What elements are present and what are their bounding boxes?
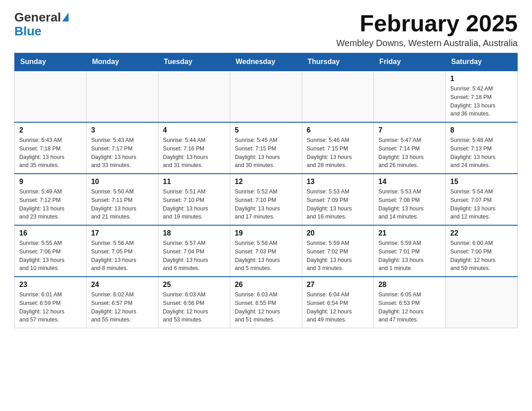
day-info: Sunrise: 5:59 AMSunset: 7:02 PMDaylight:…	[307, 239, 369, 273]
day-cell: 12Sunrise: 5:52 AMSunset: 7:10 PMDayligh…	[230, 174, 302, 225]
day-number: 25	[163, 281, 225, 289]
header-friday: Friday	[374, 53, 446, 71]
day-cell: 4Sunrise: 5:44 AMSunset: 7:16 PMDaylight…	[158, 122, 230, 174]
day-number: 14	[378, 178, 441, 186]
day-number: 26	[235, 281, 297, 289]
day-cell	[15, 71, 86, 122]
day-info: Sunrise: 5:43 AMSunset: 7:18 PMDaylight:…	[19, 136, 82, 170]
day-info: Sunrise: 5:58 AMSunset: 7:03 PMDaylight:…	[235, 239, 297, 273]
day-info: Sunrise: 5:54 AMSunset: 7:07 PMDaylight:…	[450, 188, 513, 221]
week-row-3: 9Sunrise: 5:49 AMSunset: 7:12 PMDaylight…	[15, 174, 518, 225]
calendar-header-row: SundayMondayTuesdayWednesdayThursdayFrid…	[15, 53, 518, 71]
month-title: February 2025	[336, 11, 518, 36]
day-cell: 17Sunrise: 5:56 AMSunset: 7:05 PMDayligh…	[86, 225, 158, 277]
day-number: 2	[19, 126, 82, 134]
day-number: 24	[91, 281, 153, 289]
day-number: 22	[450, 229, 513, 237]
week-row-1: 1Sunrise: 5:42 AMSunset: 7:18 PMDaylight…	[15, 71, 518, 122]
day-cell	[158, 71, 230, 122]
day-number: 28	[378, 281, 441, 289]
day-cell: 19Sunrise: 5:58 AMSunset: 7:03 PMDayligh…	[230, 225, 302, 277]
day-info: Sunrise: 6:02 AMSunset: 6:57 PMDaylight:…	[91, 291, 153, 324]
day-info: Sunrise: 6:04 AMSunset: 6:54 PMDaylight:…	[307, 291, 369, 324]
day-cell: 14Sunrise: 5:53 AMSunset: 7:08 PMDayligh…	[374, 174, 446, 225]
day-number: 5	[235, 126, 297, 134]
day-cell: 21Sunrise: 5:59 AMSunset: 7:01 PMDayligh…	[374, 225, 446, 277]
week-row-4: 16Sunrise: 5:55 AMSunset: 7:06 PMDayligh…	[15, 225, 518, 277]
day-info: Sunrise: 5:50 AMSunset: 7:11 PMDaylight:…	[91, 188, 153, 221]
day-number: 3	[91, 126, 153, 134]
day-cell: 8Sunrise: 5:48 AMSunset: 7:13 PMDaylight…	[446, 122, 517, 174]
day-cell: 6Sunrise: 5:46 AMSunset: 7:15 PMDaylight…	[302, 122, 373, 174]
day-info: Sunrise: 5:59 AMSunset: 7:01 PMDaylight:…	[378, 239, 441, 273]
day-number: 9	[19, 178, 82, 186]
day-info: Sunrise: 5:45 AMSunset: 7:15 PMDaylight:…	[235, 136, 297, 170]
day-number: 21	[378, 229, 441, 237]
day-info: Sunrise: 5:46 AMSunset: 7:15 PMDaylight:…	[307, 136, 369, 170]
day-info: Sunrise: 6:05 AMSunset: 6:53 PMDaylight:…	[378, 291, 441, 324]
day-cell: 7Sunrise: 5:47 AMSunset: 7:14 PMDaylight…	[374, 122, 446, 174]
day-info: Sunrise: 5:53 AMSunset: 7:08 PMDaylight:…	[378, 188, 441, 221]
day-number: 16	[19, 229, 82, 237]
day-info: Sunrise: 5:52 AMSunset: 7:10 PMDaylight:…	[235, 188, 297, 221]
day-cell	[374, 71, 446, 122]
day-cell: 22Sunrise: 6:00 AMSunset: 7:00 PMDayligh…	[446, 225, 517, 277]
day-number: 19	[235, 229, 297, 237]
logo-blue-text: Blue	[14, 25, 42, 39]
day-info: Sunrise: 5:53 AMSunset: 7:09 PMDaylight:…	[307, 188, 369, 221]
day-number: 6	[307, 126, 369, 134]
day-cell: 25Sunrise: 6:03 AMSunset: 6:56 PMDayligh…	[158, 277, 230, 328]
day-info: Sunrise: 5:51 AMSunset: 7:10 PMDaylight:…	[163, 188, 225, 221]
day-info: Sunrise: 6:00 AMSunset: 7:00 PMDaylight:…	[450, 239, 513, 273]
day-number: 10	[91, 178, 153, 186]
day-info: Sunrise: 5:43 AMSunset: 7:17 PMDaylight:…	[91, 136, 153, 170]
day-info: Sunrise: 5:48 AMSunset: 7:13 PMDaylight:…	[450, 136, 513, 170]
logo-arrow-icon	[62, 13, 69, 21]
week-row-5: 23Sunrise: 6:01 AMSunset: 6:59 PMDayligh…	[15, 277, 518, 328]
day-cell: 18Sunrise: 5:57 AMSunset: 7:04 PMDayligh…	[158, 225, 230, 277]
day-cell: 2Sunrise: 5:43 AMSunset: 7:18 PMDaylight…	[15, 122, 86, 174]
day-info: Sunrise: 5:49 AMSunset: 7:12 PMDaylight:…	[19, 188, 82, 221]
day-cell: 23Sunrise: 6:01 AMSunset: 6:59 PMDayligh…	[15, 277, 86, 328]
location-title: Wembley Downs, Western Australia, Austra…	[336, 38, 518, 48]
day-info: Sunrise: 5:42 AMSunset: 7:18 PMDaylight:…	[450, 85, 513, 118]
day-cell: 20Sunrise: 5:59 AMSunset: 7:02 PMDayligh…	[302, 225, 373, 277]
day-number: 23	[19, 281, 82, 289]
day-number: 13	[307, 178, 369, 186]
header-sunday: Sunday	[15, 53, 86, 71]
day-cell: 13Sunrise: 5:53 AMSunset: 7:09 PMDayligh…	[302, 174, 373, 225]
day-info: Sunrise: 5:56 AMSunset: 7:05 PMDaylight:…	[91, 239, 153, 273]
header-monday: Monday	[86, 53, 158, 71]
day-cell: 26Sunrise: 6:03 AMSunset: 6:55 PMDayligh…	[230, 277, 302, 328]
day-cell: 27Sunrise: 6:04 AMSunset: 6:54 PMDayligh…	[302, 277, 373, 328]
day-cell: 16Sunrise: 5:55 AMSunset: 7:06 PMDayligh…	[15, 225, 86, 277]
day-info: Sunrise: 5:44 AMSunset: 7:16 PMDaylight:…	[163, 136, 225, 170]
day-cell	[302, 71, 373, 122]
day-cell: 3Sunrise: 5:43 AMSunset: 7:17 PMDaylight…	[86, 122, 158, 174]
day-number: 15	[450, 178, 513, 186]
day-number: 12	[235, 178, 297, 186]
day-info: Sunrise: 5:55 AMSunset: 7:06 PMDaylight:…	[19, 239, 82, 273]
day-info: Sunrise: 5:47 AMSunset: 7:14 PMDaylight:…	[378, 136, 441, 170]
day-info: Sunrise: 6:03 AMSunset: 6:56 PMDaylight:…	[163, 291, 225, 324]
header-thursday: Thursday	[302, 53, 373, 71]
day-cell: 5Sunrise: 5:45 AMSunset: 7:15 PMDaylight…	[230, 122, 302, 174]
calendar-table: SundayMondayTuesdayWednesdayThursdayFrid…	[14, 53, 518, 328]
day-cell: 11Sunrise: 5:51 AMSunset: 7:10 PMDayligh…	[158, 174, 230, 225]
day-number: 27	[307, 281, 369, 289]
day-cell	[230, 71, 302, 122]
day-number: 1	[450, 75, 513, 83]
logo-general-text: General	[14, 11, 61, 25]
header-tuesday: Tuesday	[158, 53, 230, 71]
day-cell	[86, 71, 158, 122]
day-cell: 1Sunrise: 5:42 AMSunset: 7:18 PMDaylight…	[446, 71, 517, 122]
day-number: 4	[163, 126, 225, 134]
day-cell: 9Sunrise: 5:49 AMSunset: 7:12 PMDaylight…	[15, 174, 86, 225]
day-cell: 10Sunrise: 5:50 AMSunset: 7:11 PMDayligh…	[86, 174, 158, 225]
day-info: Sunrise: 6:01 AMSunset: 6:59 PMDaylight:…	[19, 291, 82, 324]
week-row-2: 2Sunrise: 5:43 AMSunset: 7:18 PMDaylight…	[15, 122, 518, 174]
day-number: 17	[91, 229, 153, 237]
day-cell	[446, 277, 517, 328]
day-cell: 28Sunrise: 6:05 AMSunset: 6:53 PMDayligh…	[374, 277, 446, 328]
header-saturday: Saturday	[446, 53, 517, 71]
